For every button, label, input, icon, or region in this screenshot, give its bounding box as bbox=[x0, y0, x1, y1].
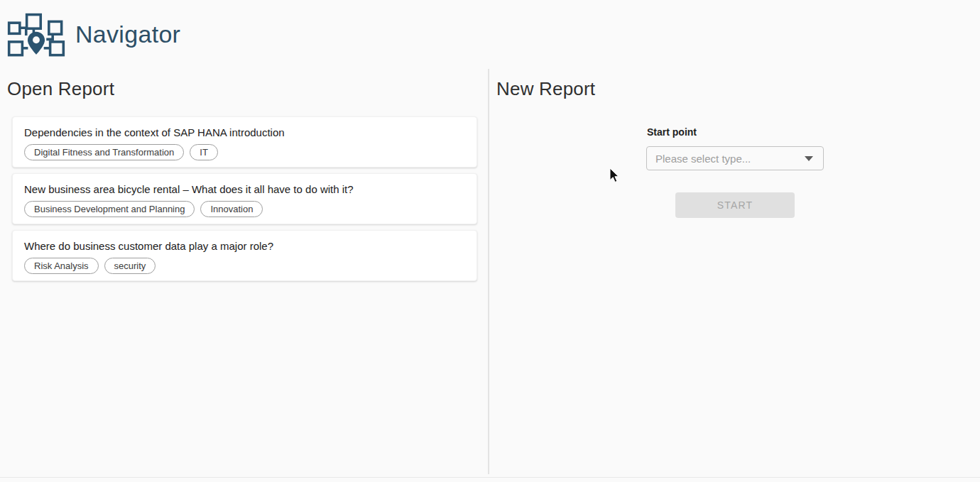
report-card[interactable]: Dependencies in the context of SAP HANA … bbox=[12, 116, 477, 168]
report-card[interactable]: New business area bicycle rental – What … bbox=[12, 173, 477, 224]
chevron-down-icon bbox=[805, 156, 813, 161]
report-tags: Risk Analysissecurity bbox=[24, 258, 465, 274]
report-title: Dependencies in the context of SAP HANA … bbox=[24, 126, 465, 138]
new-report-form: Start point Please select type... START bbox=[489, 69, 980, 482]
app-title: Navigator bbox=[75, 21, 180, 48]
start-point-label: Start point bbox=[647, 126, 697, 138]
report-card[interactable]: Where do business customer data play a m… bbox=[12, 230, 477, 281]
report-tag-chip: Risk Analysis bbox=[24, 258, 99, 274]
report-tags: Digital Fitness and TransformationIT bbox=[24, 144, 465, 160]
new-report-panel: New Report Start point Please select typ… bbox=[489, 69, 980, 482]
select-placeholder: Please select type... bbox=[655, 153, 805, 165]
app-header: Navigator bbox=[0, 0, 980, 69]
start-button[interactable]: START bbox=[675, 192, 795, 218]
report-list: Dependencies in the context of SAP HANA … bbox=[12, 116, 477, 281]
open-report-panel: Open Report Dependencies in the context … bbox=[0, 69, 489, 474]
start-point-select[interactable]: Please select type... bbox=[646, 146, 824, 170]
report-tag-chip: Digital Fitness and Transformation bbox=[24, 144, 184, 160]
report-tags: Business Development and PlanningInnovat… bbox=[24, 201, 465, 217]
report-title: Where do business customer data play a m… bbox=[24, 240, 465, 252]
report-title: New business area bicycle rental – What … bbox=[24, 183, 465, 195]
open-report-heading: Open Report bbox=[0, 69, 488, 100]
bottom-divider bbox=[0, 477, 980, 478]
report-tag-chip: Business Development and Planning bbox=[24, 201, 195, 217]
report-tag-chip: Innovation bbox=[200, 201, 263, 217]
report-tag-chip: IT bbox=[190, 144, 218, 160]
app-root: Navigator Open Report Dependencies in th… bbox=[0, 0, 980, 482]
report-tag-chip: security bbox=[104, 258, 156, 274]
navigator-logo-icon bbox=[7, 12, 65, 59]
content-area: Open Report Dependencies in the context … bbox=[0, 69, 980, 482]
